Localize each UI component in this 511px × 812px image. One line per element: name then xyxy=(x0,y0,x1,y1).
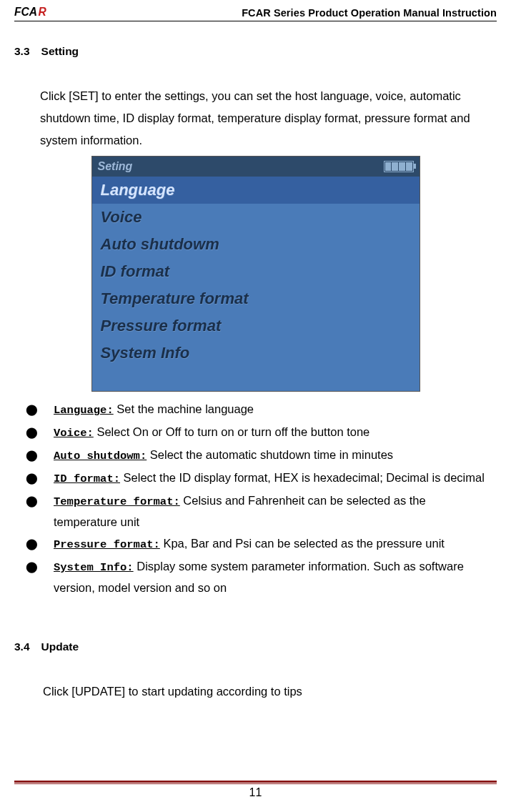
bullet-icon: ⬤ xyxy=(26,400,38,420)
bullet-label: Voice: xyxy=(54,427,94,440)
bullet-content: Pressure format: Kpa, Bar and Psi can be… xyxy=(54,533,491,555)
menu-item-pressure-format: Pressure format xyxy=(92,312,420,340)
section-title: Update xyxy=(41,640,79,653)
page-content: 3.3Setting Click [SET] to enter the sett… xyxy=(0,21,511,703)
bullet-desc: Set the machine language xyxy=(114,402,254,415)
bullet-desc: Kpa, Bar and Psi can be selected as the … xyxy=(160,537,445,550)
footer-rule-thick xyxy=(14,781,497,783)
bullet-icon: ⬤ xyxy=(26,468,38,488)
bullet-content: Language: Set the machine language xyxy=(54,399,491,420)
header-title: FCAR Series Product Operation Manual Ins… xyxy=(242,7,497,19)
menu-item-system-info: System Info xyxy=(92,340,420,367)
menu-item-language: Language xyxy=(92,177,420,204)
section-heading-update: 3.4Update xyxy=(14,640,497,653)
list-item: ⬤ System Info: Display some system param… xyxy=(26,556,491,598)
bullet-label: ID format: xyxy=(54,472,120,485)
bullet-content: Auto shutdowm: Select the automatic shut… xyxy=(54,445,491,466)
list-item: ⬤ Temperature format: Celsius and Fahren… xyxy=(26,490,491,532)
bullet-desc: Select the automatic shutdown time in mi… xyxy=(147,448,393,461)
bullet-label: Auto shutdowm: xyxy=(54,450,147,462)
bullet-content: Temperature format: Celsius and Fahrenhe… xyxy=(54,490,491,532)
bullet-content: ID format: Select the ID display format,… xyxy=(54,467,491,489)
menu-item-id-format: ID format xyxy=(92,258,420,285)
bullet-icon: ⬤ xyxy=(26,557,38,577)
screenshot-title: Seting xyxy=(98,160,133,173)
bullet-label: Language: xyxy=(54,404,114,417)
section-heading-setting: 3.3Setting xyxy=(14,45,497,58)
menu-item-auto-shutdown: Auto shutdowm xyxy=(92,231,420,258)
section-number: 3.3 xyxy=(14,45,30,58)
bullet-desc: Select the ID display format, HEX is hex… xyxy=(120,471,485,484)
section-number: 3.4 xyxy=(14,640,30,653)
bullet-icon: ⬤ xyxy=(26,534,38,554)
list-item: ⬤ Auto shutdowm: Select the automatic sh… xyxy=(26,445,491,466)
update-intro-paragraph: Click [UPDATE] to start updating accordi… xyxy=(43,680,497,703)
bullet-label: System Info: xyxy=(54,561,134,574)
setting-intro-paragraph: Click [SET] to enter the settings, you c… xyxy=(40,85,491,152)
svg-text:R: R xyxy=(39,6,47,18)
menu-item-voice: Voice xyxy=(92,204,420,231)
bullet-label: Temperature format: xyxy=(54,495,180,508)
bullet-label: Pressure format: xyxy=(54,538,160,551)
device-screenshot: Seting Language Voice Auto shutdowm ID f… xyxy=(91,156,420,392)
bullet-icon: ⬤ xyxy=(26,445,38,465)
page-header: FCA R FCAR Series Product Operation Manu… xyxy=(0,0,511,21)
list-item: ⬤ ID format: Select the ID display forma… xyxy=(26,467,491,489)
page-footer: 11 xyxy=(14,781,497,799)
bullet-list: ⬤ Language: Set the machine language ⬤ V… xyxy=(26,399,491,598)
bullet-content: System Info: Display some system paramet… xyxy=(54,556,491,598)
page-number: 11 xyxy=(14,786,497,799)
section-title: Setting xyxy=(41,45,79,57)
bullet-desc: Select On or Off to turn on or turn off … xyxy=(94,425,369,438)
battery-icon xyxy=(384,161,414,172)
list-item: ⬤ Voice: Select On or Off to turn on or … xyxy=(26,422,491,443)
screenshot-container: Seting Language Voice Auto shutdowm ID f… xyxy=(14,156,497,392)
footer-rule-thin xyxy=(14,783,497,784)
screenshot-topbar: Seting xyxy=(92,157,420,177)
bullet-icon: ⬤ xyxy=(26,491,38,511)
list-item: ⬤ Language: Set the machine language xyxy=(26,399,491,420)
bullet-icon: ⬤ xyxy=(26,422,38,442)
brand-logo: FCA R xyxy=(14,6,70,19)
svg-text:FCA: FCA xyxy=(14,6,37,18)
list-item: ⬤ Pressure format: Kpa, Bar and Psi can … xyxy=(26,533,491,555)
menu-item-temperature-format: Temperature format xyxy=(92,285,420,312)
bullet-content: Voice: Select On or Off to turn on or tu… xyxy=(54,422,491,443)
